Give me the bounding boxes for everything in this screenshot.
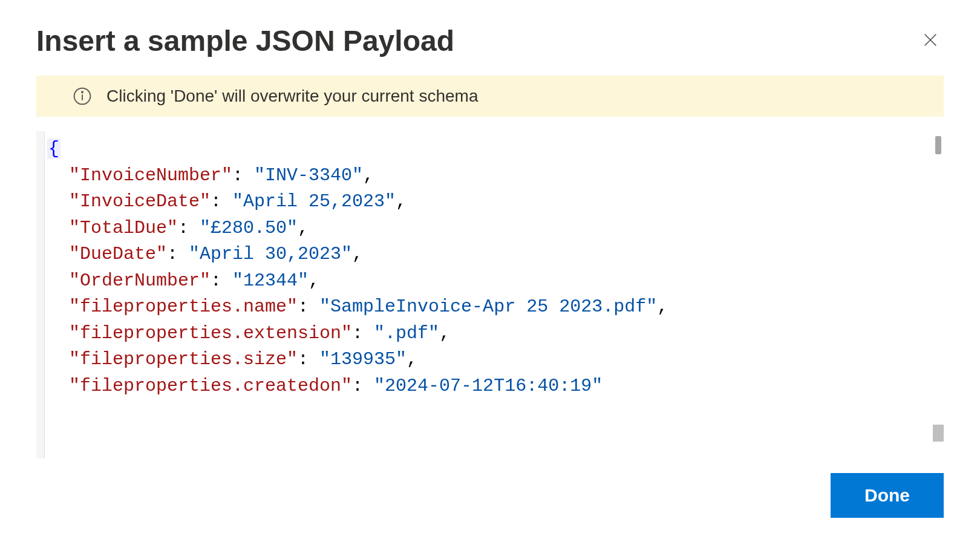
close-icon xyxy=(922,31,939,50)
scrollbar-thumb[interactable] xyxy=(935,136,941,154)
comma: , xyxy=(352,244,363,264)
dialog-header: Insert a sample JSON Payload xyxy=(36,24,944,57)
json-line: { xyxy=(47,136,921,163)
json-value: ".pdf" xyxy=(374,323,439,344)
json-line: "TotalDue": "£280.50", xyxy=(47,215,921,242)
colon: : xyxy=(298,349,319,370)
dialog-footer: Done xyxy=(36,473,944,518)
editor-gutter xyxy=(36,131,45,459)
comma: , xyxy=(657,296,668,317)
comma: , xyxy=(396,191,407,212)
json-key: "TotalDue" xyxy=(69,218,178,238)
comma: , xyxy=(407,349,417,370)
editor-content[interactable]: {"InvoiceNumber": "INV-3340","InvoiceDat… xyxy=(45,131,933,459)
colon: : xyxy=(232,165,254,186)
colon: : xyxy=(178,218,200,238)
json-value: "April 25,2023" xyxy=(232,191,396,212)
json-line: "DueDate": "April 30,2023", xyxy=(47,241,921,268)
json-value: "139935" xyxy=(319,349,407,370)
close-button[interactable] xyxy=(917,27,944,55)
json-line: "fileproperties.name": "SampleInvoice-Ap… xyxy=(47,294,921,321)
json-editor[interactable]: {"InvoiceNumber": "INV-3340","InvoiceDat… xyxy=(36,131,944,459)
done-button[interactable]: Done xyxy=(831,473,944,518)
json-value: "£280.50" xyxy=(200,218,298,238)
colon: : xyxy=(352,323,374,344)
comma: , xyxy=(363,165,374,186)
json-line: "InvoiceDate": "April 25,2023", xyxy=(47,189,921,215)
json-key: "InvoiceNumber" xyxy=(69,165,232,186)
colon: : xyxy=(211,270,232,291)
json-key: "fileproperties.name" xyxy=(69,296,298,317)
json-key: "DueDate" xyxy=(69,244,167,264)
json-payload-dialog: Insert a sample JSON Payload Clicking 'D… xyxy=(0,0,980,542)
json-key: "InvoiceDate" xyxy=(69,191,211,212)
comma: , xyxy=(298,218,309,238)
colon: : xyxy=(298,296,319,317)
json-line: "fileproperties.createdon": "2024-07-12T… xyxy=(47,373,921,400)
colon: : xyxy=(167,244,189,264)
json-key: "fileproperties.createdon" xyxy=(69,376,352,396)
json-key: "fileproperties.extension" xyxy=(69,323,352,344)
info-message: Clicking 'Done' will overwrite your curr… xyxy=(106,87,478,106)
json-value: "12344" xyxy=(232,270,309,291)
json-value: "April 30,2023" xyxy=(189,244,352,264)
json-key: "fileproperties.size" xyxy=(69,349,298,370)
json-line: "OrderNumber": "12344", xyxy=(47,268,921,295)
json-value: "SampleInvoice-Apr 25 2023.pdf" xyxy=(319,296,657,317)
json-line: "fileproperties.extension": ".pdf", xyxy=(47,321,921,347)
json-key: "OrderNumber" xyxy=(69,270,211,291)
colon: : xyxy=(352,376,374,396)
editor-scrollbar[interactable] xyxy=(933,131,944,459)
json-line: "fileproperties.size": "139935", xyxy=(47,347,921,373)
dialog-title: Insert a sample JSON Payload xyxy=(36,24,454,57)
svg-point-4 xyxy=(82,91,83,93)
comma: , xyxy=(439,323,450,344)
info-icon xyxy=(73,87,92,106)
json-line: "InvoiceNumber": "INV-3340", xyxy=(47,163,921,189)
info-banner: Clicking 'Done' will overwrite your curr… xyxy=(36,76,944,117)
colon: : xyxy=(211,191,232,212)
open-brace: { xyxy=(47,139,60,159)
json-value: "INV-3340" xyxy=(254,165,363,186)
json-value: "2024-07-12T16:40:19" xyxy=(374,376,603,396)
scrollbar-range-marker xyxy=(933,425,944,442)
comma: , xyxy=(309,270,319,291)
